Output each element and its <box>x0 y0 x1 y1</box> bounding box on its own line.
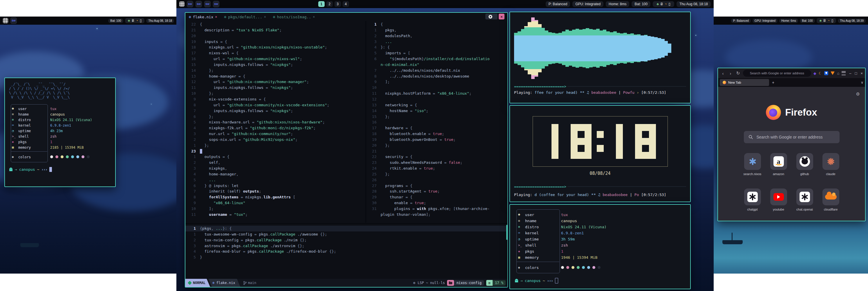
menu-icon[interactable] <box>842 71 846 75</box>
taskbar-window-icon[interactable]: $W <box>195 1 202 7</box>
code-line[interactable]: 15 }; <box>366 114 507 120</box>
workspace-2[interactable]: 2 <box>327 1 333 7</box>
extensions-icon[interactable]: ⌂ <box>837 71 839 76</box>
code-line[interactable]: 11 inputs.nixpkgs.follows = "nixpkgs"; <box>185 85 366 91</box>
bitwarden-icon[interactable] <box>824 71 828 75</box>
pane-close-button[interactable]: × <box>499 13 504 20</box>
shortcut-tile-chat.openai[interactable]: chat.openai <box>794 188 815 211</box>
code-line[interactable]: 9 nix-vscode-extensions = { <box>185 96 366 102</box>
code-line[interactable]: 7 inputs.nixpkgs.follows = "nixpkgs"; <box>185 108 366 114</box>
code-line[interactable]: 22 security = { <box>366 154 507 160</box>
terminal-window-fetch-right[interactable]: ☻usertux≡hnamecanopus❄distroNixOS 24.11 … <box>509 204 691 289</box>
url-bar[interactable]: Search with Google or enter address <box>743 70 811 77</box>
code-line[interactable]: 8 forAllSystems = nixpkgs.lib.genAttrs [ <box>185 194 366 200</box>
code-line[interactable]: 25 }; <box>366 171 507 177</box>
tab-flake-nix[interactable]: ❄ flake.nix × <box>185 13 221 21</box>
code-line[interactable]: 3 nixpkgs, <box>185 166 366 171</box>
code-line[interactable]: 19 inputs = { <box>185 39 366 45</box>
code-line[interactable]: 6 } @ inputs: let <box>185 183 366 189</box>
maximize-button[interactable]: □ <box>855 71 857 76</box>
taskbar-window-icon[interactable]: $W <box>187 1 193 7</box>
code-line[interactable]: 6 }; <box>185 114 366 120</box>
code-line[interactable]: plugin thunar-volman]; <box>366 212 507 217</box>
layout-icon[interactable] <box>179 1 185 7</box>
code-line[interactable]: 21 <box>366 148 507 154</box>
code-line[interactable]: 23 <box>185 148 366 154</box>
darkreader-icon[interactable]: ☾ <box>819 71 822 76</box>
forward-button[interactable]: › <box>728 71 733 76</box>
code-line[interactable]: 2 self, <box>185 160 366 166</box>
taskbar-window-icon[interactable]: $W <box>204 1 211 7</box>
terminal-window-clock[interactable]: 08/08/24 ======================> Playing… <box>509 105 691 202</box>
layout-icon[interactable] <box>3 18 8 23</box>
newtab-search-input[interactable]: Search with Google or enter address <box>744 131 840 143</box>
code-line[interactable]: 1 tux-awesome-wm-config = pkgs.callPacka… <box>185 231 507 237</box>
code-line[interactable]: 3 ... <box>366 39 507 45</box>
code-line[interactable]: 9 ]; <box>366 79 507 85</box>
shell-prompt[interactable]: → canopus ~ ››› <box>515 278 558 284</box>
shortcut-tile-github[interactable]: github <box>794 153 815 176</box>
code-line[interactable]: 15 inputs.nixpkgs.follows = "nixpkgs"; <box>185 62 366 68</box>
taskbar-window-icon[interactable]: $W <box>10 18 17 24</box>
extension-icon[interactable]: ◆ <box>813 71 816 76</box>
taskbar-window-icon[interactable]: $W <box>213 1 219 7</box>
code-line[interactable]: 9 "x86_64-linux" <box>185 200 366 206</box>
code-line[interactable]: 6 "${modulesPath}/installer/cd-dvd/insta… <box>366 56 507 62</box>
code-line[interactable]: 7 inherit (self) outputs; <box>185 188 366 194</box>
shortcut-tile-claude[interactable]: claude <box>820 153 842 176</box>
pane-toggle-button[interactable] <box>485 13 498 20</box>
close-icon[interactable]: × <box>264 15 266 19</box>
code-line[interactable]: 4 home-manager, <box>185 171 366 177</box>
code-line[interactable]: 4}: { <box>366 45 507 50</box>
code-line[interactable]: 26 <box>366 177 507 183</box>
code-line[interactable]: 30 enable = true; <box>366 200 507 206</box>
tab-new-tab[interactable]: New Tab <box>720 79 769 86</box>
code-line[interactable]: 7 ../../modules/nixos/default.nix <box>366 68 507 74</box>
code-line[interactable]: 1 }; <box>185 143 366 148</box>
tab-pkgs-default[interactable]: ❄ pkgs/default... × <box>221 13 270 21</box>
close-button[interactable]: × <box>861 71 863 76</box>
firefox-window[interactable]: ‹ › ↻ Search with Google or enter addres… <box>717 68 866 221</box>
reload-button[interactable]: ↻ <box>736 70 741 76</box>
shortcut-tile-cloudflare[interactable]: cloudflare <box>820 188 842 211</box>
code-line[interactable]: 10 <box>366 85 507 91</box>
code-line[interactable]: 11 username = "tux"; <box>185 212 366 217</box>
back-button[interactable]: ‹ <box>720 71 725 76</box>
code-line[interactable]: 12 <box>366 96 507 102</box>
code-line[interactable]: 14 hostName = "iso"; <box>366 108 507 114</box>
code-line[interactable]: 2 tux-nvim-config = pkgs.callPackage ./n… <box>185 237 507 243</box>
workspace-4[interactable]: 4 <box>343 1 349 7</box>
code-line[interactable]: 5 ... <box>185 177 366 183</box>
code-line[interactable]: 1{pkgs, ...}: { <box>185 226 507 231</box>
code-line[interactable]: 16 url = "github:nix-community/nixos-wsl… <box>185 56 366 62</box>
code-line[interactable]: 21 description = "tux's NixOS Flake"; <box>185 27 366 33</box>
code-line[interactable]: 5 imports = [ <box>366 50 507 56</box>
code-line[interactable]: 17 hardware = { <box>366 125 507 131</box>
code-line[interactable]: 13 networking = { <box>366 102 507 108</box>
code-line[interactable]: 8 url = "github:nix-community/nix-vscode… <box>185 102 366 108</box>
code-line[interactable]: 8 ../../modules/nixos/desktop/awesome <box>366 74 507 79</box>
code-line[interactable]: 1 pkgs, <box>366 27 507 33</box>
shortcut-tile-youtube[interactable]: youtube <box>768 188 789 211</box>
code-line[interactable]: 3 astronvim = pkgs.callPackage ./astronv… <box>185 243 507 249</box>
code-line[interactable]: 13 home-manager = { <box>185 74 366 79</box>
shortcut-tile-chatgpt[interactable]: chatgpt <box>742 188 763 211</box>
code-pane-pkgs[interactable]: 1{pkgs, ...}: {1 tux-awesome-wm-config =… <box>185 223 507 280</box>
code-line[interactable]: 5} <box>185 254 507 260</box>
code-pane-flake[interactable]: 22{21 description = "tux's NixOS Flake";… <box>185 21 366 223</box>
code-line[interactable]: 1{ <box>366 22 507 27</box>
workspace-1[interactable]: 1 <box>318 1 324 7</box>
code-line[interactable]: 4 firefox-mod-blur = pkgs.callPackage ./… <box>185 249 507 254</box>
code-line[interactable]: 11 nixpkgs.hostPlatform = "x86_64-linux"… <box>366 91 507 96</box>
code-line[interactable]: 10 ]; <box>185 206 366 212</box>
neovim-window[interactable]: ❄ flake.nix × ❄ pkgs/default... × ❄ host… <box>185 12 508 288</box>
code-line[interactable]: 29 thunar = { <box>366 194 507 200</box>
code-line[interactable]: 3 nur.url = "github:nix-community/nur"; <box>185 131 366 137</box>
tab-list-chevron-icon[interactable]: ∨ <box>861 81 863 85</box>
close-icon[interactable]: × <box>215 15 217 19</box>
code-line[interactable]: 23 sudo.wheelNeedsPassword = false; <box>366 160 507 166</box>
code-line[interactable]: 22{ <box>185 22 366 27</box>
newtab-settings-gear-icon[interactable]: ⚙ <box>856 91 860 97</box>
code-line[interactable]: 18 bluetooth.enable = true; <box>366 131 507 137</box>
terminal-window-fetch-left[interactable]: _/¯\_ /¯\ _¯¯_ ¯¯\_ ¯¯/ / \ / / ()\ \/ _… <box>4 78 116 187</box>
